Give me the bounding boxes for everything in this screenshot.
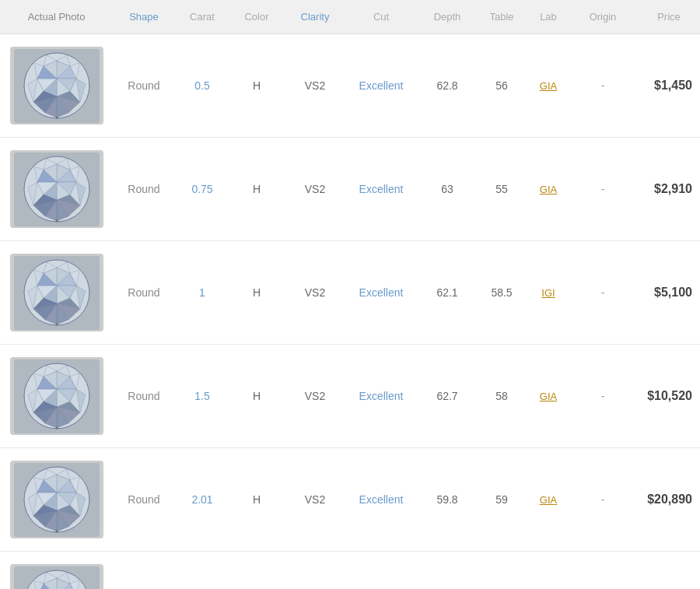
cell-color: H: [229, 180, 284, 198]
cell-lab[interactable]: IGI: [525, 283, 572, 302]
lab-link[interactable]: IGI: [541, 287, 555, 299]
table-header: Actual Photo Shape Carat Color Clarity C…: [0, 0, 700, 34]
header-origin: Origin: [572, 8, 634, 26]
table-row: Round 2.01 H VS2 Excellent 59.8 59 GIA -…: [0, 448, 700, 552]
header-lab: Lab: [525, 8, 572, 26]
cell-depth: 62.1: [416, 283, 478, 302]
lab-link[interactable]: GIA: [540, 494, 557, 506]
table-row: Round 0.75 H VS2 Excellent 63 55 GIA - $…: [0, 138, 700, 241]
diamond-image: [10, 47, 103, 124]
cell-price: $10,520: [634, 386, 700, 406]
diamond-photo-cell: [0, 454, 113, 545]
header-color: Color: [229, 8, 284, 26]
diamond-photo-cell: [0, 40, 113, 131]
cell-clarity: VS2: [284, 180, 346, 198]
cell-origin: -: [572, 387, 634, 405]
table-row: Round 1.5 H VS2 Excellent 62.7 58 GIA - …: [0, 345, 700, 448]
diamond-table: Actual Photo Shape Carat Color Clarity C…: [0, 0, 700, 589]
cell-color: H: [229, 76, 284, 95]
cell-table: 58: [478, 387, 525, 405]
cell-carat: 1: [175, 283, 229, 302]
diamond-image: [10, 254, 103, 331]
cell-carat: 1.5: [175, 387, 229, 405]
lab-link[interactable]: GIA: [540, 391, 557, 402]
diamond-photo-cell: [0, 144, 113, 234]
header-clarity: Clarity: [284, 8, 346, 26]
cell-carat: 2.01: [175, 490, 229, 509]
cell-clarity: VS2: [284, 490, 346, 509]
cell-table: 59: [478, 490, 525, 509]
table-body: Round 0.5 H VS2 Excellent 62.8 56 GIA - …: [0, 34, 700, 589]
header-actual-photo: Actual Photo: [0, 8, 113, 26]
lab-link[interactable]: GIA: [540, 184, 557, 195]
diamond-image: [10, 150, 103, 228]
cell-price: $2,910: [634, 179, 700, 199]
header-table: Table: [478, 8, 525, 26]
cell-clarity: VS2: [284, 387, 346, 405]
cell-shape: Round: [113, 490, 175, 509]
cell-carat: 0.5: [175, 76, 229, 95]
diamond-photo-cell: [0, 351, 113, 441]
cell-lab[interactable]: GIA: [525, 76, 572, 95]
cell-table: 58.5: [478, 283, 525, 302]
lab-link[interactable]: GIA: [540, 80, 557, 92]
header-carat: Carat: [175, 8, 229, 26]
cell-clarity: VS2: [284, 76, 346, 95]
cell-shape: Round: [113, 180, 175, 198]
cell-price: $5,100: [634, 282, 700, 303]
header-cut: Cut: [346, 8, 416, 26]
cell-depth: 62.8: [416, 76, 478, 95]
cell-lab[interactable]: GIA: [525, 180, 572, 198]
cell-price: $20,890: [634, 489, 700, 510]
cell-table: 55: [478, 180, 525, 198]
diamond-image: [10, 461, 103, 538]
cell-lab[interactable]: GIA: [525, 387, 572, 405]
cell-origin: -: [572, 283, 634, 302]
header-price: Price: [634, 8, 700, 26]
cell-clarity: VS2: [284, 283, 346, 302]
cell-origin: -: [572, 490, 634, 509]
table-row: Round 0.5 H VS2 Excellent 62.8 56 GIA - …: [0, 34, 700, 138]
table-row: Round 1 H VS2 Excellent 62.1 58.5 IGI - …: [0, 241, 700, 345]
diamond-photo-cell: [0, 558, 113, 589]
cell-cut: Excellent: [346, 180, 416, 198]
cell-origin: -: [572, 76, 634, 95]
cell-lab[interactable]: GIA: [525, 490, 572, 509]
diamond-image: [10, 357, 103, 435]
cell-cut: Excellent: [346, 283, 416, 302]
diamond-photo-cell: [0, 247, 113, 338]
header-depth: Depth: [416, 8, 478, 26]
cell-depth: 62.7: [416, 387, 478, 405]
cell-color: H: [229, 387, 284, 405]
cell-shape: Round: [113, 76, 175, 95]
cell-cut: Excellent: [346, 490, 416, 509]
cell-shape: Round: [113, 387, 175, 405]
cell-depth: 59.8: [416, 490, 478, 509]
cell-carat: 0.75: [175, 180, 229, 198]
cell-cut: Excellent: [346, 387, 416, 405]
diamond-image: [10, 564, 103, 589]
table-row: Round 3.01 H VS2 Excellent 62.2 58 GIA -…: [0, 552, 700, 589]
cell-price: $1,450: [634, 75, 700, 96]
cell-depth: 63: [416, 180, 478, 198]
header-shape: Shape: [113, 8, 175, 26]
cell-cut: Excellent: [346, 76, 416, 95]
cell-color: H: [229, 490, 284, 509]
cell-origin: -: [572, 180, 634, 198]
cell-color: H: [229, 283, 284, 302]
cell-shape: Round: [113, 283, 175, 302]
cell-table: 56: [478, 76, 525, 95]
